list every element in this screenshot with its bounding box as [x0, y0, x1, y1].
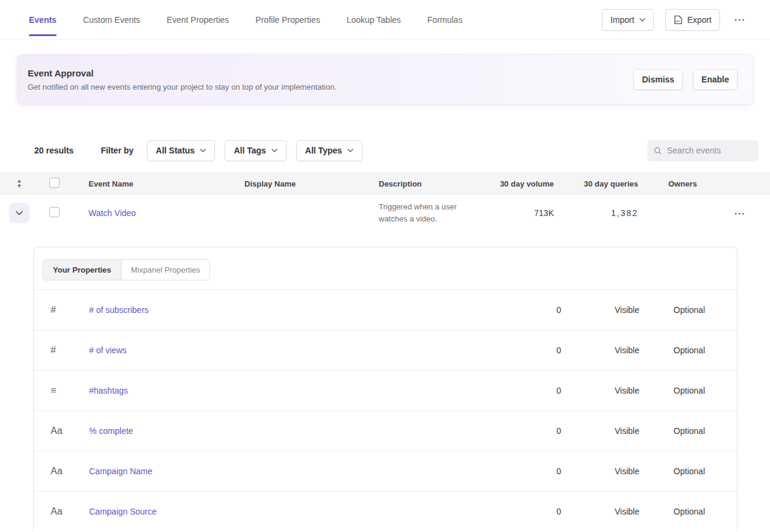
- search-icon: [654, 146, 662, 155]
- property-visibility: Visible: [561, 305, 639, 315]
- chevron-down-icon: [639, 18, 645, 22]
- property-type-icon: #: [51, 305, 56, 315]
- event-row-watch-video: Watch Video Triggered when a user watche…: [0, 194, 770, 232]
- select-all-checkbox[interactable]: [49, 178, 60, 188]
- property-type-icon: Aa: [51, 466, 63, 476]
- banner-actions: Dismiss Enable: [633, 69, 737, 90]
- property-visibility: Visible: [561, 507, 639, 516]
- tab-formulas[interactable]: Formulas: [427, 0, 462, 39]
- property-type-icon: #: [51, 345, 56, 355]
- chevron-down-icon: [347, 149, 353, 152]
- types-filter-label: All Types: [305, 146, 342, 155]
- property-list: # # of subscribers 0 Visible Optional # …: [34, 289, 737, 531]
- column-header-event-name[interactable]: Event Name: [79, 179, 235, 188]
- search-box: [647, 140, 759, 161]
- status-filter-dropdown[interactable]: All Status: [147, 140, 216, 161]
- event-approval-banner: Event Approval Get notified on all new e…: [17, 54, 753, 105]
- property-row: Aa Campaign Name 0 Visible Optional: [34, 451, 737, 491]
- property-row: # # of subscribers 0 Visible Optional: [34, 289, 737, 330]
- properties-tab-group: Your Properties Mixpanel Properties: [43, 259, 210, 280]
- nav-tabs: Events Custom Events Event Properties Pr…: [29, 0, 462, 39]
- tab-events[interactable]: Events: [29, 0, 57, 39]
- tab-your-properties[interactable]: Your Properties: [43, 260, 121, 280]
- property-name-link[interactable]: % complete: [89, 426, 501, 436]
- properties-tab-bar: Your Properties Mixpanel Properties: [34, 247, 737, 289]
- events-table-header: Event Name Display Name Description 30 d…: [0, 173, 770, 194]
- collapse-all-icon[interactable]: [15, 179, 23, 188]
- property-count: 0: [501, 386, 561, 395]
- column-header-owners[interactable]: Owners: [638, 179, 770, 188]
- enable-button[interactable]: Enable: [693, 69, 737, 90]
- property-requirement: Optional: [639, 466, 705, 476]
- types-filter-dropdown[interactable]: All Types: [296, 140, 362, 161]
- property-requirement: Optional: [639, 507, 705, 516]
- search-input[interactable]: [667, 146, 752, 155]
- property-row: # # of views 0 Visible Optional: [34, 330, 737, 370]
- import-button-label: Import: [610, 15, 635, 25]
- property-type-icon: Aa: [51, 426, 63, 436]
- nav-actions: Import csv Export ⋯: [602, 9, 748, 31]
- collapse-row-button[interactable]: [9, 203, 29, 223]
- property-requirement: Optional: [639, 305, 705, 315]
- row-checkbox[interactable]: [49, 207, 60, 217]
- property-count: 0: [501, 345, 561, 355]
- chevron-down-icon: [200, 149, 206, 152]
- banner-description: Get notified on all new events entering …: [28, 82, 337, 91]
- results-count: 20 results: [34, 146, 73, 155]
- banner-text: Event Approval Get notified on all new e…: [28, 68, 337, 91]
- nav-more-button[interactable]: ⋯: [731, 10, 748, 29]
- csv-file-icon: csv: [674, 15, 683, 25]
- properties-panel: Your Properties Mixpanel Properties # # …: [33, 247, 737, 531]
- tab-event-properties[interactable]: Event Properties: [167, 0, 229, 39]
- chevron-down-icon: [16, 211, 23, 215]
- property-name-link[interactable]: # of subscribers: [89, 305, 501, 315]
- tags-filter-dropdown[interactable]: All Tags: [225, 140, 286, 161]
- dismiss-button[interactable]: Dismiss: [633, 69, 683, 90]
- tab-lookup-tables[interactable]: Lookup Tables: [347, 0, 401, 39]
- tab-custom-events[interactable]: Custom Events: [83, 0, 140, 39]
- property-visibility: Visible: [561, 345, 639, 355]
- property-count: 0: [501, 466, 561, 476]
- property-row: ≡ #hashtags 0 Visible Optional: [34, 370, 737, 410]
- tab-mixpanel-properties[interactable]: Mixpanel Properties: [121, 260, 210, 280]
- svg-text:csv: csv: [675, 19, 680, 22]
- chevron-down-icon: [272, 149, 278, 152]
- property-requirement: Optional: [639, 345, 705, 355]
- property-requirement: Optional: [639, 386, 705, 395]
- filter-bar: 20 results Filter by All Status All Tags…: [0, 140, 770, 161]
- queries-value: 1,382: [554, 208, 638, 218]
- tab-profile-properties[interactable]: Profile Properties: [255, 0, 320, 39]
- filter-by-label: Filter by: [101, 146, 133, 155]
- tags-filter-label: All Tags: [234, 146, 265, 155]
- property-count: 0: [501, 426, 561, 436]
- volume-value: 713K: [485, 208, 554, 218]
- property-row: Aa Campaign Source 0 Visible Optional: [34, 491, 737, 531]
- property-count: 0: [501, 305, 561, 315]
- column-header-description[interactable]: Description: [369, 179, 485, 188]
- column-header-30-day-queries[interactable]: 30 day queries: [554, 179, 638, 188]
- column-header-display-name[interactable]: Display Name: [235, 179, 369, 188]
- property-type-icon: Aa: [51, 507, 63, 516]
- property-type-icon: ≡: [51, 386, 56, 395]
- import-button[interactable]: Import: [602, 9, 654, 31]
- property-name-link[interactable]: #hashtags: [89, 386, 501, 395]
- event-description: Triggered when a user watches a video.: [369, 201, 485, 225]
- banner-title: Event Approval: [28, 68, 337, 78]
- status-filter-label: All Status: [156, 146, 195, 155]
- top-navigation: Events Custom Events Event Properties Pr…: [0, 0, 770, 40]
- property-row: Aa % complete 0 Visible Optional: [34, 410, 737, 451]
- property-name-link[interactable]: # of views: [89, 345, 501, 355]
- property-visibility: Visible: [561, 466, 639, 476]
- property-visibility: Visible: [561, 386, 639, 395]
- row-more-button[interactable]: ⋯: [731, 204, 748, 223]
- column-header-30-day-volume[interactable]: 30 day volume: [485, 179, 554, 188]
- export-button[interactable]: csv Export: [665, 9, 720, 31]
- property-visibility: Visible: [561, 426, 639, 436]
- event-name-link[interactable]: Watch Video: [88, 208, 136, 218]
- property-name-link[interactable]: Campaign Source: [89, 507, 501, 516]
- property-name-link[interactable]: Campaign Name: [89, 466, 501, 476]
- export-button-label: Export: [688, 15, 712, 25]
- property-count: 0: [501, 507, 561, 516]
- property-requirement: Optional: [639, 426, 705, 436]
